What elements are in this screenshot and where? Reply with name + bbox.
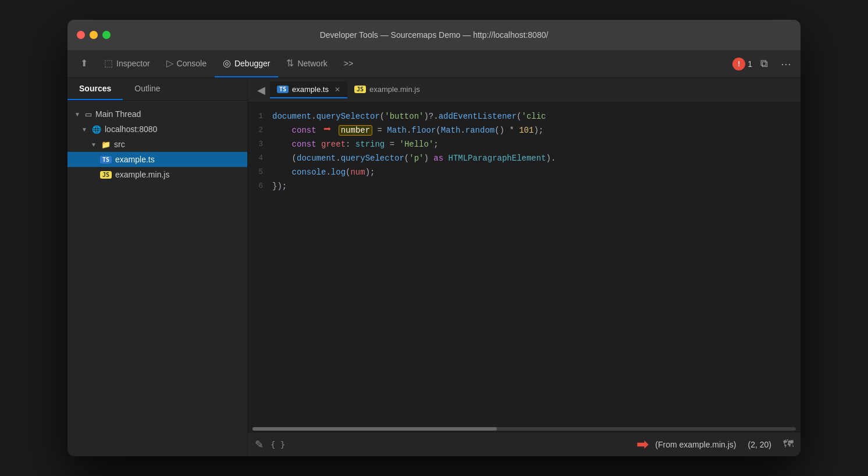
close-tab-button[interactable]: ✕ [335,86,340,94]
collapse-icon: ◀ [257,84,265,96]
editor-tab-example-min-js[interactable]: JS example.min.js [347,81,427,98]
inspector-icon: ⬚ [104,58,113,69]
code-line-6: 6 }); [248,179,801,193]
code-line-3: 3 const greet: string = 'Hello'; [248,137,801,151]
more-tabs-label: >> [344,59,353,68]
error-badge: ! [732,58,745,70]
editor-tab-example-ts[interactable]: TS example.ts ✕ [270,81,347,98]
tree-src-folder[interactable]: ▼ 📁 src [67,137,247,152]
editor-tab-ts-label: example.ts [292,85,329,94]
code-line-2: 2 const ➡ number = Math.floor(Math.rando… [248,123,801,137]
line-content-5: console.log(num); [272,165,801,179]
thread-icon: ▭ [85,110,92,119]
responsive-icon: ⧉ [760,58,768,69]
sources-label: Sources [79,84,111,93]
line-number-5: 5 [248,165,272,179]
tree-main-thread[interactable]: ▼ ▭ Main Thread [67,106,247,122]
source-coords: (2, 20) [748,440,771,449]
pointer-icon: ⬆ [80,58,88,69]
editor-area: ◀ TS example.ts ✕ JS example.min.js 1 do… [248,78,801,456]
line-number-3: 3 [248,137,272,151]
tab-inspector[interactable]: ⬚ Inspector [96,50,158,77]
sidebar: Sources Outline ▼ ▭ Main Thread ▼ 🌐 loca [67,78,248,456]
traffic-lights [77,31,111,39]
sidebar-tab-sources[interactable]: Sources [67,78,123,100]
code-area[interactable]: 1 document.querySelector('button')?.addE… [248,102,801,426]
error-icon: ! [738,60,740,68]
globe-icon: 🌐 [92,125,101,134]
tab-console-label: Console [177,59,207,68]
sidebar-tab-outline[interactable]: Outline [123,78,172,100]
format-icon[interactable]: ✎ [255,438,264,451]
tab-debugger[interactable]: ◎ Debugger [215,50,279,77]
highlighted-word: number [339,125,372,136]
chevron-down-icon: ▼ [91,141,98,148]
red-arrow-status: ➡ [636,436,648,453]
tree-localhost[interactable]: ▼ 🌐 localhost:8080 [67,122,247,137]
line-number-6: 6 [248,179,272,193]
collapse-sidebar-button[interactable]: ◀ [252,81,270,99]
network-icon: ⇅ [286,58,294,69]
folder-icon: 📁 [101,140,111,149]
ts-tab-badge: TS [277,86,289,93]
code-line-5: 5 console.log(num); [248,165,801,179]
line-content-2: const ➡ number = Math.floor(Math.random(… [272,123,801,137]
scrollbar-thumb [252,427,497,431]
debugger-icon: ◎ [223,58,231,69]
example-ts-label: example.ts [115,155,155,164]
tree-file-example-min-js[interactable]: JS example.min.js [67,167,247,182]
example-min-js-label: example.min.js [115,170,169,179]
tab-inspector-label: Inspector [116,59,150,68]
braces-icon[interactable]: { } [271,440,285,449]
main-thread-label: Main Thread [95,109,141,119]
responsive-design-button[interactable]: ⧉ [756,55,773,72]
console-icon: ▷ [166,58,173,69]
line-content-4: (document.querySelector('p') as HTMLPara… [272,151,801,165]
chevron-down-icon: ▼ [74,111,81,118]
title-bar: Developer Tools — Sourcemaps Demo — http… [67,20,801,50]
devtools-window: Developer Tools — Sourcemaps Demo — http… [67,20,801,456]
line-number-2: 2 [248,123,272,137]
maximize-button[interactable] [102,31,111,39]
tab-pointer[interactable]: ⬆ [72,50,96,77]
status-bar: ✎ { } ➡ (From example.min.js) (2, 20) 🗺 [248,432,801,456]
tab-console[interactable]: ▷ Console [158,50,215,77]
tab-network[interactable]: ⇅ Network [278,50,335,77]
sidebar-tabs: Sources Outline [67,78,247,101]
more-options-icon: ⋯ [781,58,791,70]
tab-more[interactable]: >> [336,50,361,77]
line-content-1: document.querySelector('button')?.addEve… [272,109,801,123]
line-content-3: const greet: string = 'Hello'; [272,137,801,151]
js-tab-badge: JS [354,86,366,93]
error-count: 1 [748,59,752,69]
tree-file-example-ts[interactable]: TS example.ts [67,152,247,167]
tab-bar: ⬆ ⬚ Inspector ▷ Console ◎ Debugger ⇅ Net… [67,50,801,78]
editor-tab-js-label: example.min.js [369,85,420,94]
outline-label: Outline [134,84,160,93]
close-button[interactable] [77,31,85,39]
tab-bar-right: ! 1 ⧉ ⋯ [732,50,796,77]
sidebar-tree: ▼ ▭ Main Thread ▼ 🌐 localhost:8080 ▼ 📁 s… [67,101,247,188]
minimize-button[interactable] [90,31,98,39]
main-content: Sources Outline ▼ ▭ Main Thread ▼ 🌐 loca [67,78,801,456]
javascript-badge: JS [100,171,112,179]
window-title: Developer Tools — Sourcemaps Demo — http… [320,30,549,40]
red-arrow-line2: ➡ [323,123,331,137]
chevron-down-icon: ▼ [81,126,88,133]
scrollbar-track [252,427,796,431]
line-number-1: 1 [248,109,272,123]
editor-tabs: ◀ TS example.ts ✕ JS example.min.js [248,78,801,102]
src-label: src [114,140,125,149]
error-indicator[interactable]: ! 1 [732,58,752,70]
tab-debugger-label: Debugger [234,59,271,68]
horizontal-scrollbar[interactable] [248,426,801,432]
source-map-text: (From example.min.js) [655,440,736,449]
sourcemap-icon[interactable]: 🗺 [783,438,794,450]
typescript-badge: TS [100,156,112,164]
more-options-button[interactable]: ⋯ [776,55,796,73]
line-number-4: 4 [248,151,272,165]
code-line-4: 4 (document.querySelector('p') as HTMLPa… [248,151,801,165]
line-content-6: }); [272,179,801,193]
localhost-label: localhost:8080 [105,125,157,134]
code-line-1: 1 document.querySelector('button')?.addE… [248,109,801,123]
